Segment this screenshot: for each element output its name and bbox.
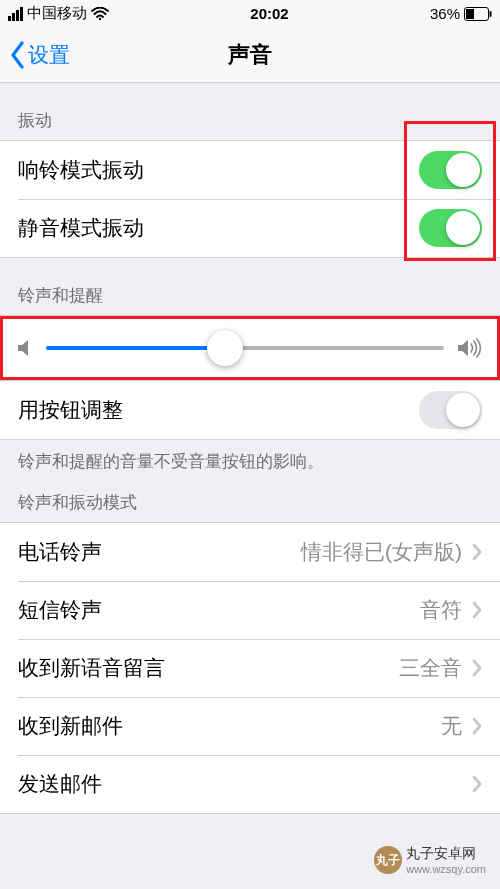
pattern-cell[interactable]: 短信铃声音符 — [0, 581, 500, 639]
chevron-right-icon — [472, 543, 482, 561]
pattern-label: 收到新语音留言 — [18, 654, 165, 682]
button-adjust-cell: 用按钮调整 — [0, 381, 500, 439]
back-button[interactable]: 设置 — [0, 41, 70, 69]
pattern-label: 电话铃声 — [18, 538, 102, 566]
section-header-ringer: 铃声和提醒 — [0, 258, 500, 315]
volume-slider[interactable] — [46, 346, 444, 350]
pattern-label: 发送邮件 — [18, 770, 102, 798]
page-title: 声音 — [0, 40, 500, 70]
ring-vibrate-switch[interactable] — [419, 151, 482, 189]
ring-vibrate-label: 响铃模式振动 — [18, 156, 144, 184]
silent-vibrate-cell: 静音模式振动 — [0, 199, 500, 257]
silent-vibrate-label: 静音模式振动 — [18, 214, 144, 242]
chevron-right-icon — [472, 775, 482, 793]
carrier-label: 中国移动 — [27, 4, 87, 23]
volume-low-icon — [18, 339, 32, 357]
chevron-right-icon — [472, 659, 482, 677]
chevron-right-icon — [472, 601, 482, 619]
pattern-cell[interactable]: 收到新邮件无 — [0, 697, 500, 755]
pattern-cell[interactable]: 电话铃声情非得已(女声版) — [0, 523, 500, 581]
watermark-name: 丸子安卓网 — [406, 845, 486, 863]
svg-rect-2 — [490, 11, 492, 17]
pattern-cell[interactable]: 发送邮件 — [0, 755, 500, 813]
battery-percent: 36% — [430, 5, 460, 22]
ringer-footer: 铃声和提醒的音量不受音量按钮的影响。 — [0, 440, 500, 473]
button-adjust-label: 用按钮调整 — [18, 396, 123, 424]
pattern-detail — [462, 775, 482, 793]
pattern-detail: 三全音 — [399, 654, 482, 682]
volume-slider-cell — [0, 315, 500, 381]
wifi-icon — [91, 7, 109, 21]
chevron-left-icon — [10, 41, 24, 69]
battery-icon — [464, 7, 492, 21]
nav-bar: 设置 声音 — [0, 27, 500, 83]
pattern-detail: 情非得已(女声版) — [301, 538, 482, 566]
section-header-vibrate: 振动 — [0, 83, 500, 140]
svg-point-0 — [99, 17, 101, 19]
back-label: 设置 — [28, 41, 70, 69]
button-adjust-switch[interactable] — [419, 391, 482, 429]
ring-vibrate-cell: 响铃模式振动 — [0, 141, 500, 199]
pattern-detail: 音符 — [420, 596, 482, 624]
signal-icon — [8, 7, 23, 21]
status-time: 20:02 — [250, 5, 288, 22]
pattern-detail: 无 — [441, 712, 482, 740]
volume-high-icon — [458, 338, 482, 358]
chevron-right-icon — [472, 717, 482, 735]
svg-rect-3 — [466, 9, 474, 19]
watermark-logo-icon: 丸子 — [374, 846, 402, 874]
pattern-cell[interactable]: 收到新语音留言三全音 — [0, 639, 500, 697]
section-header-patterns: 铃声和振动模式 — [0, 473, 500, 522]
silent-vibrate-switch[interactable] — [419, 209, 482, 247]
status-bar: 中国移动 20:02 36% — [0, 0, 500, 27]
watermark: 丸子 丸子安卓网 www.wzsqy.com — [374, 845, 486, 875]
pattern-label: 收到新邮件 — [18, 712, 123, 740]
watermark-url: www.wzsqy.com — [406, 863, 486, 875]
pattern-label: 短信铃声 — [18, 596, 102, 624]
